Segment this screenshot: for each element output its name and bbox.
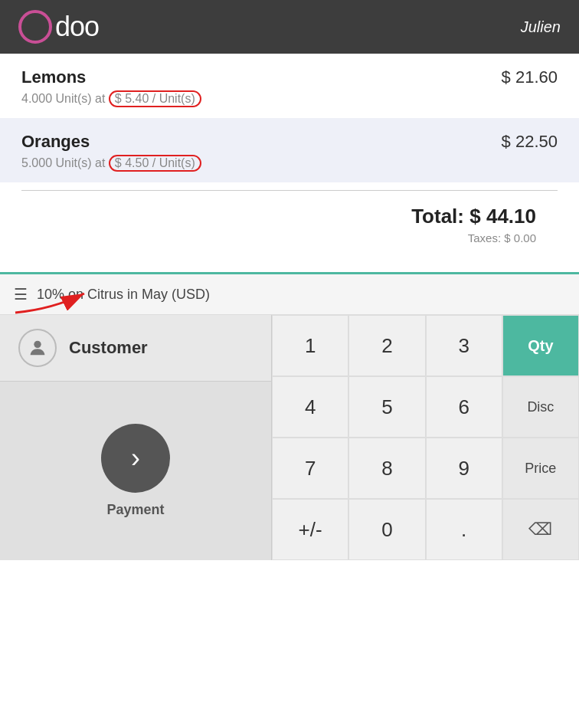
key-qty[interactable]: Qty xyxy=(502,315,579,376)
svg-point-1 xyxy=(34,341,41,348)
user-name: Julien xyxy=(521,18,561,36)
taxes-value: $ 0.00 xyxy=(504,231,536,244)
payment-area: › Payment xyxy=(0,382,271,560)
item-qty-oranges: 5.000 Unit(s) at xyxy=(21,156,109,169)
item-details-lemons: Lemons 4.000 Unit(s) at $ 5.40 / Unit(s) xyxy=(21,67,502,107)
key-dot[interactable]: . xyxy=(426,499,502,560)
backspace-icon: ⌫ xyxy=(528,520,552,539)
grid-icon: ☰ xyxy=(14,285,28,303)
item-price-highlight-oranges: $ 4.50 / Unit(s) xyxy=(109,155,201,172)
key-2[interactable]: 2 xyxy=(348,315,425,376)
item-name-oranges: Oranges xyxy=(21,132,502,152)
key-5[interactable]: 5 xyxy=(348,376,425,438)
discount-text: 10% on Citrus in May (USD) xyxy=(37,287,210,303)
key-9[interactable]: 9 xyxy=(426,438,502,499)
key-8[interactable]: 8 xyxy=(348,438,425,499)
total-section: Total: $ 44.10 Taxes: $ 0.00 xyxy=(21,190,558,260)
taxes-label: Taxes: xyxy=(468,231,501,244)
payment-chevron-icon: › xyxy=(131,444,140,472)
order-section: Lemons 4.000 Unit(s) at $ 5.40 / Unit(s)… xyxy=(0,54,579,260)
item-sub-oranges: 5.000 Unit(s) at $ 4.50 / Unit(s) xyxy=(21,155,502,172)
key-price[interactable]: Price xyxy=(502,438,579,499)
key-1[interactable]: 1 xyxy=(272,315,348,376)
total-label: Total: xyxy=(411,205,464,228)
item-price-highlight-lemons: $ 5.40 / Unit(s) xyxy=(109,90,201,107)
numpad-container: Customer › Payment 1 2 3 Qty 4 5 6 Disc … xyxy=(0,315,579,560)
numpad-grid: 1 2 3 Qty 4 5 6 Disc 7 8 9 Price +/- 0 .… xyxy=(272,315,579,560)
key-6[interactable]: 6 xyxy=(426,376,502,438)
item-sub-lemons: 4.000 Unit(s) at $ 5.40 / Unit(s) xyxy=(21,90,502,107)
pos-section: ☰ 10% on Citrus in May (USD) Customer › … xyxy=(0,272,579,560)
customer-label: Customer xyxy=(69,338,148,358)
key-plusminus[interactable]: +/- xyxy=(272,499,348,560)
payment-button[interactable]: › xyxy=(101,424,170,493)
taxes-line: Taxes: $ 0.00 xyxy=(43,231,536,244)
key-7[interactable]: 7 xyxy=(272,438,348,499)
key-backspace[interactable]: ⌫ xyxy=(502,499,579,560)
logo-text: doo xyxy=(55,11,99,43)
header: doo Julien xyxy=(0,0,579,54)
left-panel: Customer › Payment xyxy=(0,315,272,560)
item-total-lemons: $ 21.60 xyxy=(502,67,558,87)
discount-bar: ☰ 10% on Citrus in May (USD) xyxy=(0,274,579,315)
logo-circle xyxy=(18,10,52,44)
item-total-oranges: $ 22.50 xyxy=(502,132,558,152)
item-qty-lemons: 4.000 Unit(s) at xyxy=(21,92,109,105)
logo: doo xyxy=(18,10,99,44)
order-item-lemons[interactable]: Lemons 4.000 Unit(s) at $ 5.40 / Unit(s)… xyxy=(0,54,579,118)
item-details-oranges: Oranges 5.000 Unit(s) at $ 4.50 / Unit(s… xyxy=(21,132,502,172)
key-disc[interactable]: Disc xyxy=(502,376,579,438)
order-item-oranges[interactable]: Oranges 5.000 Unit(s) at $ 4.50 / Unit(s… xyxy=(0,118,579,182)
key-0[interactable]: 0 xyxy=(348,499,425,560)
key-3[interactable]: 3 xyxy=(426,315,502,376)
payment-label: Payment xyxy=(106,502,164,518)
customer-avatar-icon xyxy=(18,329,57,367)
total-value: $ 44.10 xyxy=(469,205,536,228)
total-line: Total: $ 44.10 xyxy=(43,205,536,228)
item-name-lemons: Lemons xyxy=(21,67,502,87)
customer-row[interactable]: Customer xyxy=(0,315,271,382)
key-4[interactable]: 4 xyxy=(272,376,348,438)
